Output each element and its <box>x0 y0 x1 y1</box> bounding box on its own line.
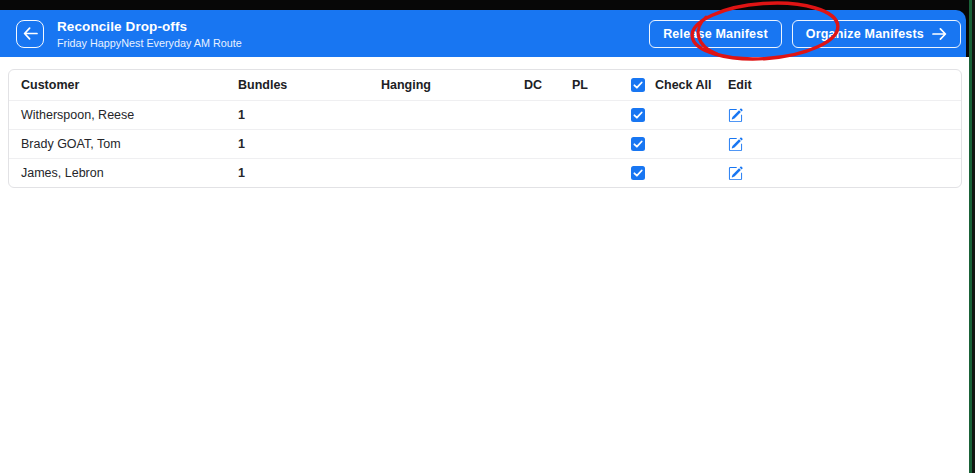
col-header-check-all: Check All <box>655 78 712 92</box>
release-manifest-label: Release Manifest <box>663 27 768 41</box>
col-header-dc: DC <box>516 78 564 92</box>
col-header-pl: PL <box>564 78 623 92</box>
page-title: Reconcile Drop-offs <box>57 19 242 34</box>
release-manifest-button[interactable]: Release Manifest <box>649 20 782 48</box>
edit-icon[interactable] <box>728 137 743 152</box>
header-titles: Reconcile Drop-offs Friday HappyNest Eve… <box>57 19 242 49</box>
table-row: James, Lebron 1 <box>9 158 961 187</box>
back-button[interactable] <box>16 20 44 48</box>
edit-icon[interactable] <box>728 108 743 123</box>
bundles-cell: 1 <box>230 166 373 180</box>
col-header-customer: Customer <box>9 78 230 92</box>
col-header-edit: Edit <box>720 78 961 92</box>
table-row: Witherspoon, Reese 1 <box>9 100 961 129</box>
col-header-hanging: Hanging <box>373 78 516 92</box>
customer-cell: Brady GOAT, Tom <box>9 137 230 151</box>
route-subtitle: Friday HappyNest Everyday AM Route <box>57 37 242 49</box>
table-header-row: Customer Bundles Hanging DC PL Check All… <box>9 70 961 100</box>
row-checkbox[interactable] <box>631 166 645 180</box>
header-actions: Release Manifest Organize Manifests <box>649 20 961 48</box>
table-row: Brady GOAT, Tom 1 <box>9 129 961 158</box>
row-checkbox[interactable] <box>631 137 645 151</box>
organize-manifests-label: Organize Manifests <box>806 27 924 41</box>
bundles-cell: 1 <box>230 137 373 151</box>
check-all-checkbox[interactable] <box>631 78 645 92</box>
customer-cell: James, Lebron <box>9 166 230 180</box>
forward-arrow-icon <box>932 28 947 40</box>
back-arrow-icon <box>23 27 38 40</box>
dropoffs-table: Customer Bundles Hanging DC PL Check All… <box>8 69 962 188</box>
customer-cell: Witherspoon, Reese <box>9 108 230 122</box>
table-body: Witherspoon, Reese 1 Brady GOAT, Tom 1 <box>9 100 961 187</box>
app-header: Reconcile Drop-offs Friday HappyNest Eve… <box>0 10 966 57</box>
edit-icon[interactable] <box>728 166 743 181</box>
bundles-cell: 1 <box>230 108 373 122</box>
col-header-bundles: Bundles <box>230 78 373 92</box>
window-top-bar <box>0 0 972 10</box>
row-checkbox[interactable] <box>631 108 645 122</box>
organize-manifests-button[interactable]: Organize Manifests <box>792 20 961 48</box>
